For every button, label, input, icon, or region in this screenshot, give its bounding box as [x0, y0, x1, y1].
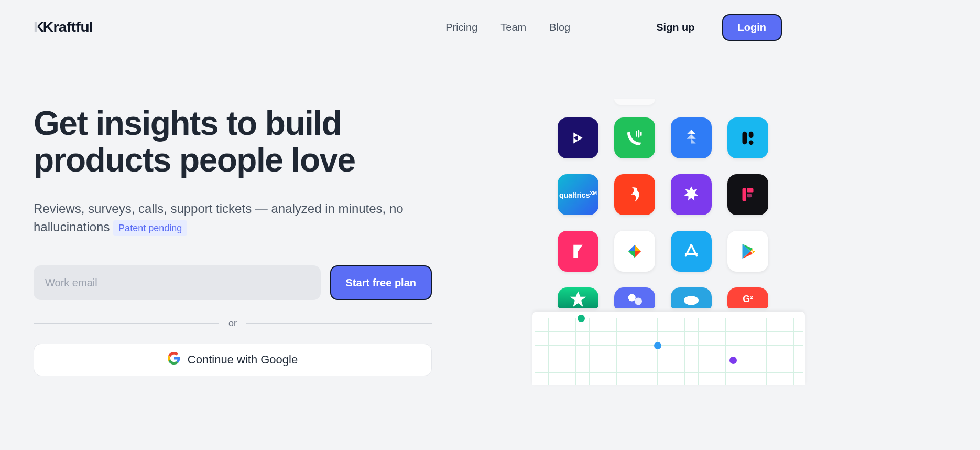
top-nav: Pricing Team Blog Sign up Login	[445, 14, 782, 41]
svg-marker-12	[628, 251, 635, 258]
app-tile-salesforce	[671, 287, 712, 308]
nav-link-pricing[interactable]: Pricing	[445, 22, 477, 34]
svg-rect-4	[749, 132, 754, 138]
mini-chart	[532, 312, 805, 385]
brand-name: Kraftful	[43, 19, 93, 36]
signup-link[interactable]: Sign up	[656, 22, 694, 34]
google-icon	[168, 352, 180, 368]
svg-marker-17	[570, 291, 586, 307]
app-tile-g2: G²	[727, 287, 768, 308]
app-tile-app-store	[671, 231, 712, 272]
hero-headline: Get insights to build products people lo…	[34, 105, 432, 179]
hero-subhead: Reviews, surveys, calls, support tickets…	[34, 200, 432, 237]
svg-point-5	[749, 140, 754, 145]
svg-marker-10	[635, 245, 641, 251]
nav-link-team[interactable]: Team	[500, 22, 526, 34]
app-tile-podium	[614, 287, 655, 308]
brand-logo: KKKraftful	[34, 19, 93, 36]
app-tile-frill	[727, 117, 768, 158]
app-tile-google-play	[727, 231, 768, 272]
app-tile-zapier	[614, 231, 655, 272]
hero-visual: qualtricsXMG²	[453, 105, 815, 376]
svg-text:G²: G²	[743, 294, 753, 304]
app-tile-phone-survey	[614, 117, 655, 158]
svg-marker-9	[628, 245, 635, 251]
app-tile-spark	[671, 174, 712, 215]
svg-point-18	[628, 294, 636, 302]
start-free-plan-button[interactable]: Start free plan	[330, 265, 432, 300]
hero-subhead-text: Reviews, surveys, calls, support tickets…	[34, 201, 404, 234]
app-tile-front	[727, 174, 768, 215]
svg-rect-3	[743, 132, 747, 145]
hero-section: Get insights to build products people lo…	[0, 42, 815, 376]
app-tile-hotjar	[614, 174, 655, 215]
svg-rect-6	[743, 188, 746, 201]
app-integrations-grid: qualtricsXMG²	[558, 117, 768, 328]
nav-link-blog[interactable]: Blog	[549, 22, 570, 34]
chart-dot	[654, 342, 661, 349]
app-tile-pendo	[558, 231, 598, 272]
svg-point-20	[684, 296, 699, 305]
or-label: or	[228, 318, 237, 329]
svg-point-19	[635, 298, 642, 305]
chart-dot	[578, 315, 585, 322]
google-button-label: Continue with Google	[188, 353, 298, 367]
hero-copy: Get insights to build products people lo…	[34, 105, 432, 376]
app-tile-qualtrics: qualtricsXM	[558, 174, 598, 215]
continue-with-google-button[interactable]: Continue with Google	[34, 344, 432, 376]
signup-row: Start free plan	[34, 265, 432, 300]
or-divider: or	[34, 318, 432, 329]
chart-dot	[729, 357, 737, 364]
app-tile-dovetail	[558, 117, 598, 158]
app-tile-jira	[671, 117, 712, 158]
app-tile-trustpilot	[558, 287, 598, 308]
login-button[interactable]: Login	[722, 14, 782, 41]
site-header: KKKraftful Pricing Team Blog Sign up Log…	[0, 0, 815, 42]
svg-marker-11	[635, 251, 641, 258]
svg-rect-7	[747, 188, 753, 193]
work-email-input[interactable]	[34, 265, 321, 300]
patent-badge: Patent pending	[113, 220, 187, 236]
svg-rect-8	[747, 194, 752, 197]
